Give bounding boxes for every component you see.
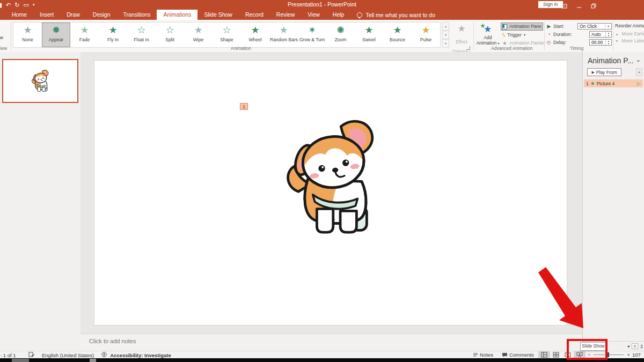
animation-effect[interactable]: ☆ Shape <box>213 23 241 47</box>
gallery-scroll-up-icon[interactable]: ▴ <box>442 22 449 31</box>
animation-effect[interactable]: ★ Pulse <box>412 23 440 47</box>
notes-button[interactable]: Notes <box>469 351 497 358</box>
effect-options-button[interactable]: ★ Effect Options ▾ <box>451 22 472 55</box>
reorder-animation-label: Reorder Animation <box>615 23 644 31</box>
pane-scroll-up-icon[interactable]: ▴ <box>636 68 642 76</box>
animation-pane-button[interactable]: Animation Pane <box>501 23 543 31</box>
start-label: Start: <box>553 24 576 29</box>
slide-indicator: Slide 1 of 1 <box>1 352 21 358</box>
animation-effect-label: Fly In <box>99 37 127 42</box>
animation-order-badge[interactable]: 1 <box>240 103 248 110</box>
start-caret-icon[interactable]: ▾ <box>605 24 611 28</box>
ribbon-tab[interactable]: Design <box>86 10 117 20</box>
ribbon: ★ Preview Preview ★ None ✹ Appear ★ <box>0 20 644 53</box>
ribbon-tab[interactable]: Record <box>239 10 270 20</box>
start-dropdown[interactable]: On Click ▾ <box>577 23 612 29</box>
animation-effect-label: Fade <box>71 37 98 42</box>
animation-effect[interactable]: ☆ Float In <box>127 23 156 47</box>
animation-effect[interactable]: ★ Swivel <box>355 23 383 47</box>
delay-input[interactable]: 00.00 ▴▾ <box>589 39 612 46</box>
animation-item-order: 1 <box>586 81 589 86</box>
animation-group-label: Animation <box>231 46 251 51</box>
animation-effect-label: Zoom <box>327 37 354 42</box>
animation-list-item[interactable]: 1 ★ Picture 4 ▷ <box>584 79 643 87</box>
ribbon-tab[interactable]: Help <box>326 10 351 20</box>
accessibility-status[interactable]: Accessibility: Investigate <box>110 352 171 358</box>
animation-effect-icon: ★ <box>384 23 411 37</box>
play-from-button[interactable]: ▶ Play From <box>587 68 621 76</box>
animation-effect[interactable]: ☆ Split <box>156 23 184 47</box>
notes-area[interactable]: Click to add notes <box>80 334 582 351</box>
ribbon-tab[interactable]: Transitions <box>116 10 157 20</box>
normal-view-button[interactable] <box>538 351 550 358</box>
animation-effect[interactable]: ★ Bounce <box>383 23 412 47</box>
status-bar: Slide 1 of 1 English (United States) Acc… <box>0 351 644 358</box>
ribbon-tab[interactable]: Review <box>270 10 301 20</box>
move-earlier-button[interactable]: ▲ Move Earlier <box>615 31 644 38</box>
pane-close-chevron-icon[interactable]: ⌄ <box>636 56 641 63</box>
preview-button[interactable]: ★ Preview <box>0 21 10 49</box>
animation-effect[interactable]: ★ None <box>13 23 42 47</box>
gallery-more-icon[interactable]: ▾ <box>442 39 449 48</box>
zoom-slider-handle[interactable] <box>608 352 609 357</box>
advanced-animation-group-label: Advanced Animation <box>491 46 533 51</box>
comments-button[interactable]: Comments <box>497 351 538 358</box>
notes-placeholder: Click to add notes <box>89 338 136 344</box>
ribbon-tab[interactable]: Insert <box>33 10 60 20</box>
animation-effect-label: Swivel <box>355 37 383 42</box>
delay-down-icon[interactable]: ▾ <box>606 42 611 45</box>
duration-down-icon[interactable]: ▾ <box>606 34 611 37</box>
effect-options-icon: ★ <box>451 22 472 36</box>
trigger-button[interactable]: ϟ Trigger ▾ <box>502 32 543 39</box>
slide-thumbnail-panel <box>0 52 81 351</box>
ribbon-tab[interactable]: Slide Show <box>197 10 239 20</box>
slide-thumbnail[interactable] <box>2 59 78 103</box>
animation-effect-label: Split <box>156 37 184 42</box>
animation-effect[interactable]: ★ Random Bars <box>269 23 298 47</box>
animation-effect[interactable]: ★ Fade <box>70 23 99 47</box>
animation-effect-icon: ☆ <box>156 23 184 37</box>
animation-item-name: Picture 4 <box>597 81 615 86</box>
ribbon-tab[interactable]: Draw <box>60 10 86 20</box>
duration-input[interactable]: Auto ▴▾ <box>589 31 612 38</box>
file-tab-partial[interactable] <box>0 10 5 20</box>
animation-dialog-launcher-icon[interactable] <box>466 46 470 50</box>
add-animation-button[interactable]: ★ ★ Add Animation ▾ <box>475 22 500 46</box>
ribbon-tab[interactable]: View <box>301 10 326 20</box>
move-later-button[interactable]: ▼ Move Later <box>615 38 644 45</box>
timeline-back-icon[interactable]: ◂ <box>627 344 630 349</box>
animation-effect[interactable]: ✶ Grow & Turn <box>298 23 326 47</box>
timeline-zero: 0 <box>632 343 638 349</box>
lightbulb-icon <box>357 12 362 18</box>
ribbon-tab[interactable]: Home <box>5 10 33 20</box>
puppy-image[interactable] <box>281 119 380 239</box>
zoom-percentage[interactable]: 107 <box>632 352 644 358</box>
animation-effect-label: Grow & Turn <box>298 37 326 42</box>
gallery-scroll-down-icon[interactable]: ▾ <box>442 31 449 39</box>
title-bar: ▮ ↶ ↻ ▭ ▾ Presentation1 - PowerPoint Sig… <box>0 0 644 10</box>
animation-effect[interactable]: ✹ Appear <box>42 23 70 47</box>
animation-effect-label: Float In <box>128 37 155 42</box>
animation-effect[interactable]: ✺ Zoom <box>326 23 355 47</box>
annotation-rectangle <box>567 339 608 360</box>
slide-sorter-view-button[interactable] <box>550 351 562 358</box>
sign-in-button[interactable]: Sign in <box>538 1 563 8</box>
tell-me-box[interactable]: Tell me what you want to do <box>357 10 435 20</box>
delay-value: 00.00 <box>590 40 605 45</box>
language-indicator[interactable]: English (United States) <box>42 352 94 358</box>
animation-effect-icon: ★ <box>99 23 127 37</box>
animation-effect-icon: ★ <box>14 23 41 37</box>
animation-effect[interactable]: ★ Wheel <box>241 23 269 47</box>
animation-effect[interactable]: ★ Wipe <box>184 23 213 47</box>
animation-effect-icon: ☆ <box>128 23 155 37</box>
pane-timeline: ◂ 0 2 <box>627 343 643 349</box>
ribbon-tab[interactable]: Animations <box>157 10 197 20</box>
start-value: On Click <box>578 24 605 29</box>
group-separator <box>613 21 613 50</box>
animation-effect-label: None <box>14 37 41 42</box>
zoom-in-button[interactable]: + <box>627 352 630 358</box>
trigger-caret-icon: ▾ <box>524 32 525 39</box>
spell-check-icon[interactable] <box>28 352 34 358</box>
comments-icon <box>502 352 508 358</box>
animation-effect[interactable]: ★ Fly In <box>99 23 127 47</box>
